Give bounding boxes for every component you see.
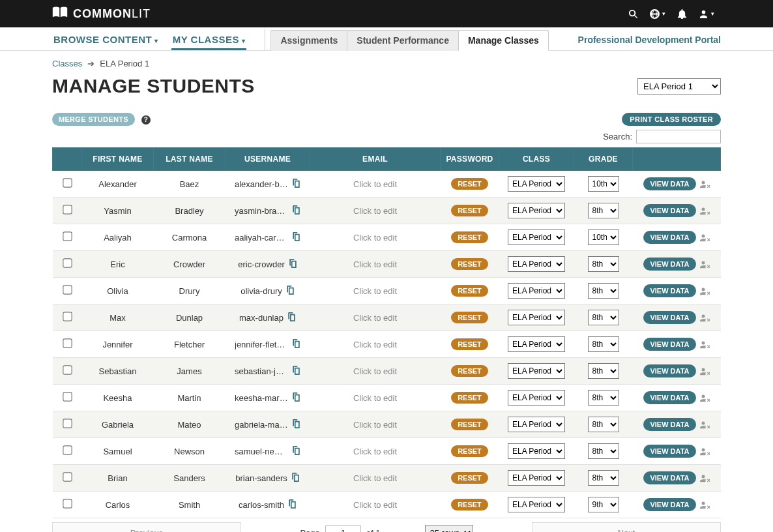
class-select[interactable]: ELA Period 1 bbox=[508, 229, 565, 245]
merge-students-button[interactable]: MERGE STUDENTS bbox=[52, 113, 135, 126]
reset-button[interactable]: RESET bbox=[451, 312, 488, 323]
email-click-edit[interactable]: Click to edit bbox=[353, 447, 397, 456]
copy-icon[interactable] bbox=[292, 339, 300, 350]
help-icon[interactable]: ? bbox=[141, 115, 151, 125]
col-class[interactable]: CLASS bbox=[499, 148, 574, 171]
view-data-button[interactable]: VIEW DATA bbox=[643, 418, 695, 431]
row-checkbox[interactable] bbox=[63, 205, 72, 214]
row-checkbox[interactable] bbox=[63, 178, 72, 187]
email-click-edit[interactable]: Click to edit bbox=[353, 420, 397, 430]
email-click-edit[interactable]: Click to edit bbox=[353, 340, 397, 349]
class-select[interactable]: ELA Period 1 bbox=[508, 203, 565, 218]
search-icon[interactable] bbox=[628, 9, 638, 19]
print-roster-button[interactable]: PRINT CLASS ROSTER bbox=[622, 113, 721, 126]
prev-button[interactable]: Previous bbox=[52, 522, 241, 532]
grade-select[interactable]: 10th bbox=[588, 176, 619, 192]
remove-user-icon[interactable] bbox=[696, 259, 710, 269]
user-icon[interactable]: ▾ bbox=[699, 9, 714, 19]
row-checkbox[interactable] bbox=[63, 258, 72, 267]
class-select[interactable]: ELA Period 1 bbox=[508, 390, 565, 406]
view-data-button[interactable]: VIEW DATA bbox=[643, 338, 695, 351]
remove-user-icon[interactable] bbox=[696, 179, 710, 188]
email-click-edit[interactable]: Click to edit bbox=[353, 473, 397, 483]
row-checkbox[interactable] bbox=[63, 365, 72, 374]
copy-icon[interactable] bbox=[288, 499, 297, 510]
remove-user-icon[interactable] bbox=[696, 312, 710, 322]
row-checkbox[interactable] bbox=[63, 392, 72, 401]
grade-select[interactable]: 8th bbox=[588, 310, 619, 325]
row-checkbox[interactable] bbox=[63, 499, 72, 508]
col-email[interactable]: EMAIL bbox=[310, 148, 441, 171]
email-click-edit[interactable]: Click to edit bbox=[353, 500, 397, 510]
grade-select[interactable]: 8th bbox=[588, 390, 619, 406]
remove-user-icon[interactable] bbox=[696, 366, 710, 376]
class-select[interactable]: ELA Period 1 bbox=[508, 363, 565, 379]
remove-user-icon[interactable] bbox=[696, 232, 710, 242]
reset-button[interactable]: RESET bbox=[451, 419, 488, 430]
col-password[interactable]: PASSWORD bbox=[441, 148, 499, 171]
class-select[interactable]: ELA Period 1 bbox=[508, 256, 565, 272]
copy-icon[interactable] bbox=[292, 419, 300, 430]
copy-icon[interactable] bbox=[292, 205, 300, 216]
row-checkbox[interactable] bbox=[63, 312, 72, 321]
copy-icon[interactable] bbox=[287, 312, 296, 323]
remove-user-icon[interactable] bbox=[696, 339, 710, 349]
reset-button[interactable]: RESET bbox=[451, 472, 488, 484]
grade-select[interactable]: 8th bbox=[588, 336, 619, 352]
page-input[interactable] bbox=[325, 525, 361, 532]
view-data-button[interactable]: VIEW DATA bbox=[643, 311, 695, 324]
class-select[interactable]: ELA Period 1 bbox=[508, 470, 565, 486]
class-select[interactable]: ELA Period 1 bbox=[508, 443, 565, 459]
col-username[interactable]: USERNAME bbox=[226, 148, 310, 171]
nav-browse-content[interactable]: BROWSE CONTENT▾ bbox=[52, 30, 160, 50]
grade-select[interactable]: 9th bbox=[588, 497, 619, 512]
reset-button[interactable]: RESET bbox=[451, 205, 488, 216]
grade-select[interactable]: 10th bbox=[588, 229, 619, 245]
class-select[interactable]: ELA Period 1 bbox=[508, 283, 565, 299]
row-checkbox[interactable] bbox=[63, 419, 72, 428]
bell-icon[interactable] bbox=[677, 9, 687, 19]
next-button[interactable]: Next bbox=[532, 522, 721, 532]
view-data-button[interactable]: VIEW DATA bbox=[643, 231, 695, 244]
class-select[interactable]: ELA Period 1 bbox=[508, 417, 565, 432]
row-checkbox[interactable] bbox=[63, 472, 72, 481]
copy-icon[interactable] bbox=[292, 179, 300, 190]
view-data-button[interactable]: VIEW DATA bbox=[643, 204, 695, 217]
reset-button[interactable]: RESET bbox=[451, 178, 488, 190]
tab-manage-classes[interactable]: Manage Classes bbox=[458, 30, 549, 51]
view-data-button[interactable]: VIEW DATA bbox=[643, 364, 695, 377]
class-select[interactable]: ELA Period 1 bbox=[508, 310, 565, 325]
brand-logo[interactable]: COMMONLIT bbox=[52, 7, 151, 22]
reset-button[interactable]: RESET bbox=[451, 258, 488, 270]
grade-select[interactable]: 8th bbox=[588, 363, 619, 379]
email-click-edit[interactable]: Click to edit bbox=[353, 259, 397, 269]
grade-select[interactable]: 8th bbox=[588, 470, 619, 486]
class-select[interactable]: ELA Period 1 bbox=[508, 176, 565, 192]
grade-select[interactable]: 8th bbox=[588, 283, 619, 299]
row-checkbox[interactable] bbox=[63, 285, 72, 294]
tab-student-performance[interactable]: Student Performance bbox=[347, 30, 459, 51]
class-select[interactable]: ELA Period 1 bbox=[508, 497, 565, 512]
reset-button[interactable]: RESET bbox=[451, 231, 488, 243]
rows-select[interactable]: 25 rows bbox=[425, 525, 473, 532]
tab-assignments[interactable]: Assignments bbox=[270, 30, 347, 51]
globe-icon[interactable]: ▾ bbox=[650, 9, 665, 19]
email-click-edit[interactable]: Click to edit bbox=[353, 366, 397, 376]
col-first-name[interactable]: FIRST NAME bbox=[82, 148, 154, 171]
col-last-name[interactable]: LAST NAME bbox=[154, 148, 226, 171]
class-selector[interactable]: ELA Period 1 bbox=[637, 78, 721, 95]
email-click-edit[interactable]: Click to edit bbox=[353, 286, 397, 296]
grade-select[interactable]: 8th bbox=[588, 203, 619, 218]
breadcrumb-root[interactable]: Classes bbox=[52, 59, 82, 68]
col-grade[interactable]: GRADE bbox=[574, 148, 633, 171]
row-checkbox[interactable] bbox=[63, 231, 72, 241]
email-click-edit[interactable]: Click to edit bbox=[353, 393, 397, 403]
grade-select[interactable]: 8th bbox=[588, 417, 619, 432]
grade-select[interactable]: 8th bbox=[588, 256, 619, 272]
copy-icon[interactable] bbox=[292, 232, 300, 243]
view-data-button[interactable]: VIEW DATA bbox=[643, 498, 695, 511]
copy-icon[interactable] bbox=[292, 446, 300, 457]
reset-button[interactable]: RESET bbox=[451, 499, 488, 510]
row-checkbox[interactable] bbox=[63, 445, 72, 454]
remove-user-icon[interactable] bbox=[696, 499, 710, 509]
